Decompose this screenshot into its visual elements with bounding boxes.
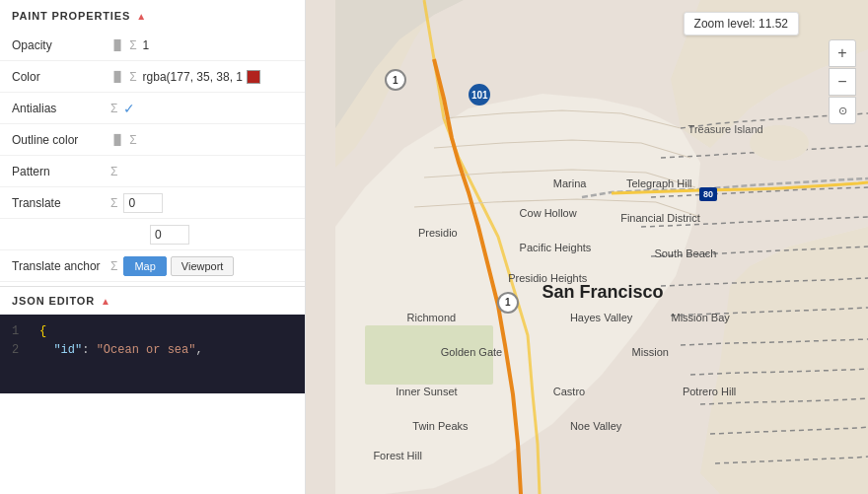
color-icons: ▐▌ Σ xyxy=(110,70,137,84)
zoom-level-badge: Zoom level: 11.52 xyxy=(684,12,799,35)
translate-y-row xyxy=(0,219,305,250)
sigma-icon-5: Σ xyxy=(110,165,117,178)
bar-chart-icon-2: ▐▌ xyxy=(110,71,124,82)
outline-color-label: Outline color xyxy=(12,133,110,147)
color-swatch[interactable] xyxy=(247,70,260,84)
svg-marker-3 xyxy=(700,227,868,494)
translate-row: Translate Σ xyxy=(0,187,305,219)
translate-anchor-row: Translate anchor Σ Map Viewport xyxy=(0,250,305,282)
antialias-label: Antialias xyxy=(12,102,110,115)
svg-marker-4 xyxy=(335,0,464,128)
json-editor-section: JSON EDITOR ▲ 1 { 2 "id" : "Ocean or sea… xyxy=(0,286,305,393)
sigma-icon-2: Σ xyxy=(129,70,136,84)
translate-anchor-icons: Σ xyxy=(110,259,117,273)
antialias-icons: Σ xyxy=(110,102,117,115)
color-label: Color xyxy=(12,70,110,84)
json-line-num-1: 1 xyxy=(12,322,32,341)
paint-properties-header: PAINT PROPERTIES ▲ xyxy=(0,0,305,30)
antialias-row: Antialias Σ ✓ xyxy=(0,93,305,124)
map-area[interactable]: Treasure Island Marina Cow Hollow Telegr… xyxy=(306,0,868,494)
anchor-buttons: Map Viewport xyxy=(123,256,234,276)
json-editor-header: JSON EDITOR ▲ xyxy=(0,286,305,315)
zoom-out-button[interactable]: − xyxy=(829,68,856,96)
json-colon: : xyxy=(82,341,96,360)
label-golden-gate: Golden Gate xyxy=(441,346,502,358)
label-marina: Marina xyxy=(553,177,587,189)
json-editor-collapse-icon[interactable]: ▲ xyxy=(101,296,111,307)
label-south-beach: South Beach xyxy=(654,247,716,259)
outline-color-icons: ▐▌ Σ xyxy=(110,133,137,147)
json-content[interactable]: 1 { 2 "id" : "Ocean or sea" , xyxy=(0,315,305,393)
json-brace-open: { xyxy=(39,322,46,341)
highway-badge-80: 80 xyxy=(699,187,717,201)
highway-badge-1-top: 1 xyxy=(385,69,406,91)
label-castro: Castro xyxy=(553,386,585,397)
translate-x-value xyxy=(123,193,163,213)
opacity-value: 1 xyxy=(143,38,150,52)
paint-properties-title: PAINT PROPERTIES xyxy=(12,10,130,22)
label-treasure-island: Treasure Island xyxy=(688,123,763,135)
pattern-icons: Σ xyxy=(110,165,117,178)
anchor-viewport-button[interactable]: Viewport xyxy=(171,256,235,276)
label-mission-bay: Mission Bay xyxy=(672,312,730,323)
label-twin-peaks: Twin Peaks xyxy=(412,420,468,432)
label-noe-valley: Noe Valley xyxy=(570,420,621,432)
sigma-icon-6: Σ xyxy=(110,196,117,210)
label-presidio-heights: Presidio Heights xyxy=(508,272,587,284)
pattern-label: Pattern xyxy=(12,165,110,178)
highway-badge-1-mid: 1 xyxy=(497,292,519,314)
label-san-francisco: San Francisco xyxy=(542,282,663,303)
label-richmond: Richmond xyxy=(407,312,457,323)
json-line-1: 1 { xyxy=(12,322,293,341)
label-potrero-hill: Potrero Hill xyxy=(683,386,736,397)
translate-label: Translate xyxy=(12,196,110,210)
left-panel: PAINT PROPERTIES ▲ Opacity ▐▌ Σ 1 Color … xyxy=(0,0,306,494)
label-mission: Mission xyxy=(632,346,669,358)
json-comma: , xyxy=(195,341,202,360)
label-hayes-valley: Hayes Valley xyxy=(570,312,632,323)
json-editor-title: JSON EDITOR xyxy=(12,295,95,307)
translate-icons: Σ xyxy=(110,196,117,210)
sigma-icon-3: Σ xyxy=(110,102,117,115)
checkmark-icon[interactable]: ✓ xyxy=(123,101,135,116)
sigma-icon-4: Σ xyxy=(129,133,136,147)
sigma-icon-7: Σ xyxy=(110,259,117,273)
label-pacific-heights: Pacific Heights xyxy=(520,242,592,253)
antialias-value: ✓ xyxy=(123,101,135,116)
color-value[interactable]: rgba(177, 35, 38, 1 xyxy=(143,70,260,84)
sigma-icon: Σ xyxy=(129,38,136,52)
label-inner-sunset: Inner Sunset xyxy=(396,386,457,397)
map-canvas: Treasure Island Marina Cow Hollow Telegr… xyxy=(306,0,868,494)
translate-anchor-value: Map Viewport xyxy=(123,256,234,276)
outline-color-row: Outline color ▐▌ Σ xyxy=(0,124,305,156)
opacity-row: Opacity ▐▌ Σ 1 xyxy=(0,30,305,61)
label-presidio: Presidio xyxy=(418,227,458,239)
highway-badge-101: 101 xyxy=(469,84,490,106)
zoom-reset-button[interactable]: ⊙ xyxy=(829,97,856,124)
translate-y-input[interactable] xyxy=(150,225,189,245)
json-value-id: "Ocean or sea" xyxy=(97,341,196,360)
paint-properties-collapse-icon[interactable]: ▲ xyxy=(136,11,147,22)
color-text: rgba(177, 35, 38, 1 xyxy=(143,70,243,84)
svg-point-6 xyxy=(750,125,809,161)
zoom-controls: + − ⊙ xyxy=(829,39,856,124)
json-line-2: 2 "id" : "Ocean or sea" , xyxy=(12,341,293,360)
zoom-level-text: Zoom level: 11.52 xyxy=(694,17,788,31)
pattern-row: Pattern Σ xyxy=(0,156,305,187)
svg-rect-5 xyxy=(365,325,493,385)
svg-marker-0 xyxy=(335,94,700,494)
bar-chart-icon-3: ▐▌ xyxy=(110,134,124,145)
json-key-id: "id" xyxy=(53,341,82,360)
json-line-num-2: 2 xyxy=(12,341,32,360)
translate-y-value xyxy=(150,225,189,245)
opacity-icons: ▐▌ Σ xyxy=(110,38,137,52)
label-telegraph-hill: Telegraph Hill xyxy=(626,177,692,189)
zoom-in-button[interactable]: + xyxy=(829,39,856,67)
label-forest-hill: Forest Hill xyxy=(373,450,422,461)
translate-x-input[interactable] xyxy=(123,193,163,213)
translate-anchor-label: Translate anchor xyxy=(12,259,110,273)
opacity-label: Opacity xyxy=(12,38,110,52)
label-cow-hollow: Cow Hollow xyxy=(520,207,577,219)
bar-chart-icon: ▐▌ xyxy=(110,39,124,50)
anchor-map-button[interactable]: Map xyxy=(123,256,166,276)
